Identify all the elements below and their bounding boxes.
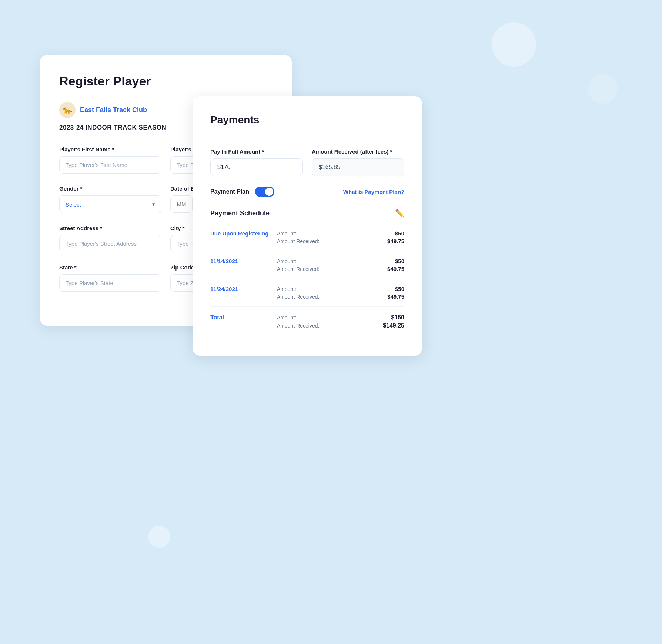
table-row: 11/14/2021 Amount: $50 Amount Received: …	[210, 251, 404, 279]
received-value: $49.75	[378, 294, 404, 300]
table-row: Total Amount: $150 Amount Received: $149…	[210, 307, 404, 337]
gender-label: Gender *	[59, 185, 161, 192]
state-input[interactable]	[59, 274, 161, 292]
street-group: Street Address *	[59, 225, 161, 252]
club-logo: 🐆	[59, 102, 76, 118]
received-key: Amount Received:	[277, 238, 319, 244]
schedule-amounts: Amount: $150 Amount Received: $149.25	[277, 307, 404, 337]
received-line: Amount Received: $49.75	[277, 238, 404, 244]
amount-value: $150	[378, 314, 404, 321]
what-is-plan-link[interactable]: What is Payment Plan?	[343, 189, 404, 195]
first-name-group: Player's First Name *	[59, 146, 161, 174]
schedule-amounts: Amount: $50 Amount Received: $49.75	[277, 224, 404, 251]
payments-title: Payments	[210, 114, 404, 126]
table-row: 11/24/2021 Amount: $50 Amount Received: …	[210, 279, 404, 307]
received-line: Amount Received: $49.75	[277, 266, 404, 272]
register-title: Register Player	[59, 74, 273, 88]
pay-full-row: Pay In Full Amount * Amount Received (af…	[210, 148, 404, 176]
gender-select[interactable]: Select ▾	[59, 195, 161, 213]
plan-label: Payment Plan	[210, 188, 249, 195]
amount-key: Amount:	[277, 258, 296, 264]
payment-plan-left: Payment Plan	[210, 187, 274, 197]
pay-full-group: Pay In Full Amount *	[210, 148, 303, 176]
schedule-date: 11/14/2021	[210, 251, 277, 279]
amount-received-input	[312, 158, 404, 176]
pay-full-input[interactable]	[210, 158, 303, 176]
first-name-input[interactable]	[59, 156, 161, 174]
table-row: Due Upon Registering Amount: $50 Amount …	[210, 224, 404, 251]
amount-line: Amount: $150	[277, 314, 404, 321]
received-line: Amount Received: $49.75	[277, 294, 404, 300]
received-value: $49.75	[378, 238, 404, 244]
received-key: Amount Received:	[277, 323, 319, 329]
amount-value: $50	[378, 258, 404, 264]
payment-plan-toggle[interactable]	[255, 187, 274, 197]
received-value: $149.25	[378, 322, 404, 329]
street-label: Street Address *	[59, 225, 161, 231]
dob-mm-input[interactable]	[170, 195, 193, 213]
amount-value: $50	[378, 286, 404, 292]
gender-value: Select	[66, 201, 81, 208]
amount-line: Amount: $50	[277, 230, 404, 237]
chevron-down-icon: ▾	[152, 201, 155, 208]
payments-card: Payments Pay In Full Amount * Amount Rec…	[193, 96, 422, 356]
amount-line: Amount: $50	[277, 258, 404, 264]
street-input[interactable]	[59, 235, 161, 252]
edit-icon[interactable]: ✏️	[395, 209, 404, 218]
pay-full-label: Pay In Full Amount *	[210, 148, 303, 155]
schedule-date: Due Upon Registering	[210, 224, 277, 251]
gender-group: Gender * Select ▾	[59, 185, 161, 213]
payment-plan-row: Payment Plan What is Payment Plan?	[210, 187, 404, 197]
amount-key: Amount:	[277, 315, 296, 321]
amount-key: Amount:	[277, 231, 296, 237]
received-value: $49.75	[378, 266, 404, 272]
schedule-amounts: Amount: $50 Amount Received: $49.75	[277, 251, 404, 279]
schedule-amounts: Amount: $50 Amount Received: $49.75	[277, 279, 404, 307]
first-name-label: Player's First Name *	[59, 146, 161, 152]
club-logo-icon: 🐆	[63, 105, 72, 114]
payments-divider	[210, 138, 404, 138]
club-name: East Falls Track Club	[80, 106, 147, 114]
schedule-table: Due Upon Registering Amount: $50 Amount …	[210, 224, 404, 336]
schedule-date: Total	[210, 307, 277, 337]
state-group: State *	[59, 264, 161, 292]
amount-line: Amount: $50	[277, 286, 404, 292]
amount-received-label: Amount Received (after fees) *	[312, 148, 404, 155]
state-label: State *	[59, 264, 161, 271]
received-key: Amount Received:	[277, 294, 319, 300]
schedule-title: Payment Schedule	[210, 209, 270, 217]
schedule-date: 11/24/2021	[210, 279, 277, 307]
received-line: Amount Received: $149.25	[277, 322, 404, 329]
amount-key: Amount:	[277, 286, 296, 292]
amount-received-group: Amount Received (after fees) *	[312, 148, 404, 176]
amount-value: $50	[378, 230, 404, 237]
schedule-header: Payment Schedule ✏️	[210, 209, 404, 218]
received-key: Amount Received:	[277, 266, 319, 272]
